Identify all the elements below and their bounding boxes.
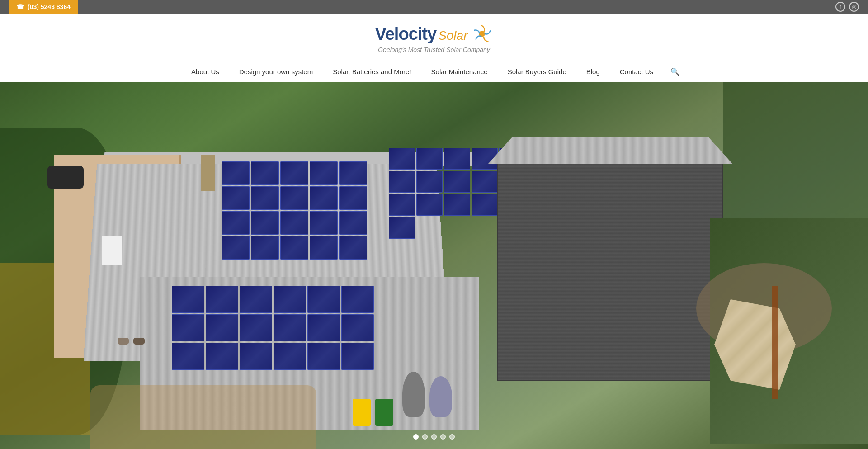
top-bar: ☎ (03) 5243 8364 f ◎ bbox=[0, 0, 868, 14]
solar-panel bbox=[307, 343, 340, 370]
social-links: f ◎ bbox=[835, 2, 859, 12]
solar-panel bbox=[240, 286, 272, 313]
phone-icon: ☎ bbox=[16, 3, 24, 10]
slider-dot-2[interactable] bbox=[422, 434, 428, 440]
hero-background bbox=[0, 82, 868, 449]
solar-panel bbox=[307, 314, 340, 341]
slider-dot-5[interactable] bbox=[449, 434, 455, 440]
slider-dot-3[interactable] bbox=[431, 434, 437, 440]
solar-panel bbox=[310, 161, 338, 185]
slider-dot-4[interactable] bbox=[440, 434, 446, 440]
solar-panel bbox=[222, 161, 250, 185]
solar-panel bbox=[172, 343, 204, 370]
yellow-bin bbox=[353, 399, 371, 426]
solar-panel bbox=[222, 186, 250, 210]
logo-icon bbox=[471, 23, 493, 45]
solar-panel bbox=[416, 171, 443, 193]
header: Velocity Solar Geelong's Most Trusted So… bbox=[0, 14, 868, 82]
svg-point-1 bbox=[480, 32, 483, 36]
solar-panel bbox=[206, 343, 238, 370]
solar-panel bbox=[274, 286, 306, 313]
phone-bar[interactable]: ☎ (03) 5243 8364 bbox=[9, 0, 78, 14]
instagram-icon[interactable]: ◎ bbox=[849, 2, 859, 12]
solar-panel bbox=[339, 161, 367, 185]
solar-panel bbox=[172, 314, 204, 341]
solar-panel bbox=[307, 286, 340, 313]
solar-panel bbox=[240, 314, 272, 341]
house-right bbox=[497, 155, 723, 381]
nav-about-us[interactable]: About Us bbox=[181, 61, 229, 82]
logo-solar: Solar bbox=[438, 28, 467, 43]
solar-panel bbox=[222, 211, 250, 235]
solar-panel bbox=[444, 148, 470, 170]
solar-panel bbox=[310, 211, 338, 235]
solar-panel bbox=[389, 194, 415, 216]
navigation: About Us Design your own system Solar, B… bbox=[0, 61, 868, 82]
green-bin bbox=[375, 399, 393, 426]
logo-area: Velocity Solar Geelong's Most Trusted So… bbox=[375, 23, 493, 61]
solar-panel bbox=[341, 314, 374, 341]
hero-section bbox=[0, 82, 868, 449]
search-icon[interactable]: 🔍 bbox=[663, 61, 687, 82]
nav-contact-us[interactable]: Contact Us bbox=[610, 61, 663, 82]
animal1 bbox=[118, 338, 129, 345]
solar-panel bbox=[389, 171, 415, 193]
solar-panel bbox=[472, 171, 498, 193]
tank2 bbox=[429, 376, 452, 417]
slider-dots bbox=[413, 434, 455, 440]
solar-panel bbox=[251, 236, 279, 260]
tank1 bbox=[402, 372, 425, 417]
solar-panel bbox=[339, 186, 367, 210]
logo-velocity: Velocity bbox=[375, 24, 436, 44]
solar-panel bbox=[251, 211, 279, 235]
nav-design-system[interactable]: Design your own system bbox=[229, 61, 323, 82]
nav-solar-maintenance[interactable]: Solar Maintenance bbox=[421, 61, 498, 82]
nav-solar-batteries[interactable]: Solar, Batteries and More! bbox=[323, 61, 421, 82]
solar-panel bbox=[310, 186, 338, 210]
solar-panel bbox=[172, 286, 204, 313]
nav-blog[interactable]: Blog bbox=[576, 61, 610, 82]
car bbox=[47, 166, 84, 189]
solar-panel bbox=[310, 236, 338, 260]
facebook-icon[interactable]: f bbox=[835, 2, 845, 12]
animal2 bbox=[133, 338, 145, 345]
solar-panel bbox=[274, 314, 306, 341]
solar-panel bbox=[274, 343, 306, 370]
solar-panel bbox=[280, 186, 308, 210]
solar-panel bbox=[389, 148, 415, 170]
solar-panel bbox=[444, 194, 470, 216]
solar-panel bbox=[339, 236, 367, 260]
chimney bbox=[201, 155, 215, 191]
phone-number: (03) 5243 8364 bbox=[28, 3, 71, 10]
solar-panel bbox=[416, 148, 443, 170]
solar-panel bbox=[339, 211, 367, 235]
slider-dot-1[interactable] bbox=[413, 434, 419, 440]
solar-panel bbox=[389, 217, 415, 239]
decorative-fence bbox=[772, 286, 778, 399]
solar-panel bbox=[280, 161, 308, 185]
logo-tagline: Geelong's Most Trusted Solar Company bbox=[378, 46, 490, 53]
solar-panel bbox=[206, 286, 238, 313]
solar-panel bbox=[416, 194, 443, 216]
house-right-roof bbox=[488, 137, 732, 164]
solar-panel bbox=[251, 186, 279, 210]
roof-item-white bbox=[102, 236, 122, 265]
solar-panel bbox=[280, 236, 308, 260]
solar-panel bbox=[240, 343, 272, 370]
logo-text: Velocity Solar bbox=[375, 24, 467, 44]
solar-panel bbox=[472, 194, 498, 216]
courtyard bbox=[90, 385, 316, 449]
solar-panel bbox=[341, 286, 374, 313]
solar-panel bbox=[280, 211, 308, 235]
solar-panel bbox=[251, 161, 279, 185]
solar-panel bbox=[222, 236, 250, 260]
nav-solar-buyers[interactable]: Solar Buyers Guide bbox=[498, 61, 576, 82]
solar-panel bbox=[206, 314, 238, 341]
solar-panel bbox=[341, 343, 374, 370]
solar-panel bbox=[444, 171, 470, 193]
solar-panels-group1 bbox=[222, 161, 367, 260]
solar-panels-group3 bbox=[172, 286, 374, 370]
